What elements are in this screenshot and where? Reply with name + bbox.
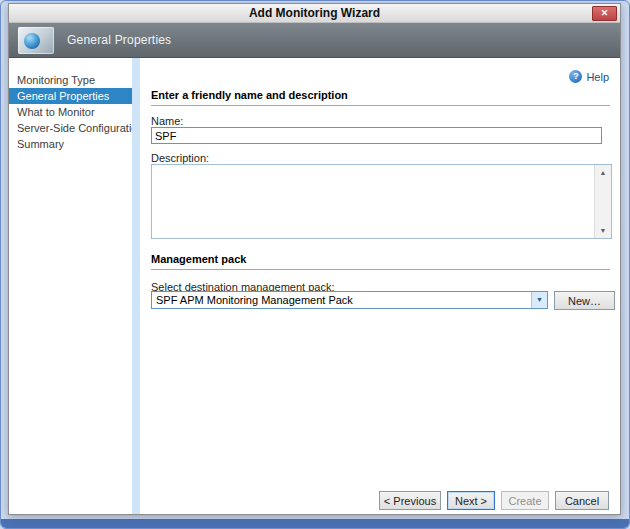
name-input[interactable] [151, 127, 602, 144]
sidebar-divider [132, 58, 140, 514]
sidebar-item-summary[interactable]: Summary [9, 136, 132, 152]
help-icon: ? [569, 70, 582, 83]
help-link[interactable]: ? Help [569, 70, 609, 83]
wizard-steps-sidebar: Monitoring Type General Properties What … [9, 58, 132, 514]
scroll-up-icon[interactable]: ▲ [595, 165, 611, 180]
chevron-down-icon: ▼ [531, 292, 547, 308]
sidebar-item-server-side-configuration[interactable]: Server-Side Configuration [9, 120, 132, 136]
new-button[interactable]: New… [554, 291, 615, 310]
create-button: Create [501, 491, 549, 510]
add-monitoring-wizard-dialog: Add Monitoring Wizard ✕ General Properti… [8, 3, 621, 515]
description-textarea[interactable]: ▲ ▼ [151, 164, 612, 239]
wizard-icon [18, 27, 54, 54]
wizard-page-title: General Properties [67, 33, 171, 47]
close-button[interactable]: ✕ [592, 6, 617, 21]
frame-bottom-bar [1, 519, 629, 528]
management-pack-select[interactable]: SPF APM Monitoring Management Pack ▼ [151, 291, 548, 309]
close-icon: ✕ [601, 8, 609, 18]
section-header-name-description: Enter a friendly name and description [151, 89, 610, 106]
globe-icon [24, 33, 40, 49]
description-label: Description: [151, 152, 209, 164]
dialog-title: Add Monitoring Wizard [249, 6, 380, 20]
scroll-down-icon[interactable]: ▼ [595, 223, 611, 238]
sidebar-item-general-properties[interactable]: General Properties [9, 88, 132, 104]
wizard-navigation-buttons: < Previous Next > Create Cancel [379, 491, 609, 510]
next-button[interactable]: Next > [447, 491, 495, 510]
wizard-body: Monitoring Type General Properties What … [9, 58, 620, 514]
cancel-button[interactable]: Cancel [555, 491, 609, 510]
section-header-management-pack: Management pack [151, 253, 610, 270]
textarea-scrollbar[interactable]: ▲ ▼ [594, 165, 611, 238]
name-label: Name: [151, 115, 183, 127]
screenshot-frame: Add Monitoring Wizard ✕ General Properti… [0, 0, 630, 529]
wizard-content: ? Help Enter a friendly name and descrip… [140, 58, 620, 514]
wizard-header: General Properties [9, 23, 620, 58]
help-label: Help [586, 71, 609, 83]
management-pack-selected-value: SPF APM Monitoring Management Pack [156, 292, 529, 308]
sidebar-item-monitoring-type[interactable]: Monitoring Type [9, 72, 132, 88]
previous-button[interactable]: < Previous [379, 491, 441, 510]
sidebar-item-what-to-monitor[interactable]: What to Monitor [9, 104, 132, 120]
title-bar: Add Monitoring Wizard ✕ [9, 4, 620, 23]
